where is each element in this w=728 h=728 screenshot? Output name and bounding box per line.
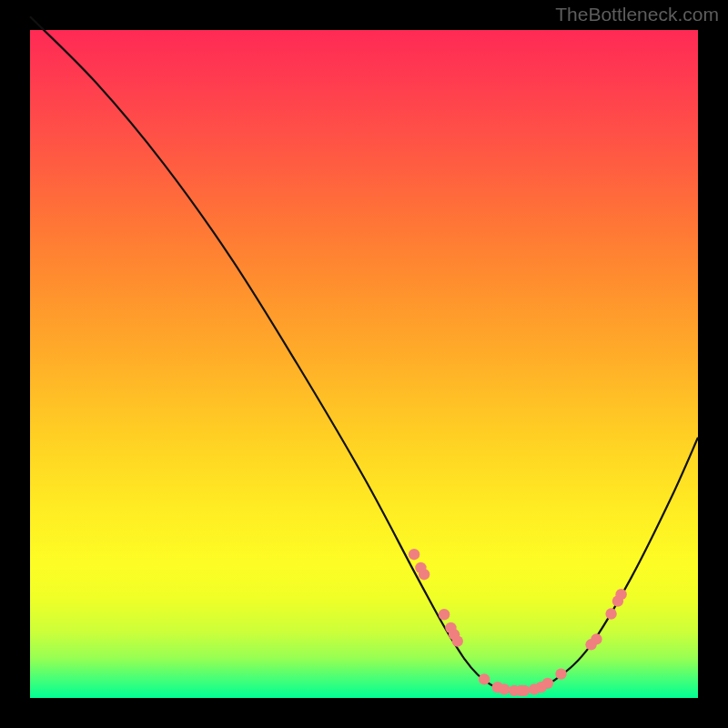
data-marker <box>439 609 450 620</box>
data-marker <box>409 549 420 560</box>
data-marker <box>542 678 553 689</box>
data-marker <box>591 633 602 644</box>
data-marker <box>499 683 510 694</box>
data-marker <box>555 668 566 679</box>
watermark-text: TheBottleneck.com <box>555 4 719 25</box>
data-marker <box>419 569 430 580</box>
data-marker <box>605 608 616 619</box>
data-marker <box>519 685 530 696</box>
bottleneck-curve <box>30 16 698 692</box>
chart-svg <box>30 30 698 698</box>
data-marker <box>615 589 626 600</box>
data-marker <box>479 673 490 684</box>
data-marker <box>452 635 463 646</box>
chart-plot-area <box>30 30 698 698</box>
